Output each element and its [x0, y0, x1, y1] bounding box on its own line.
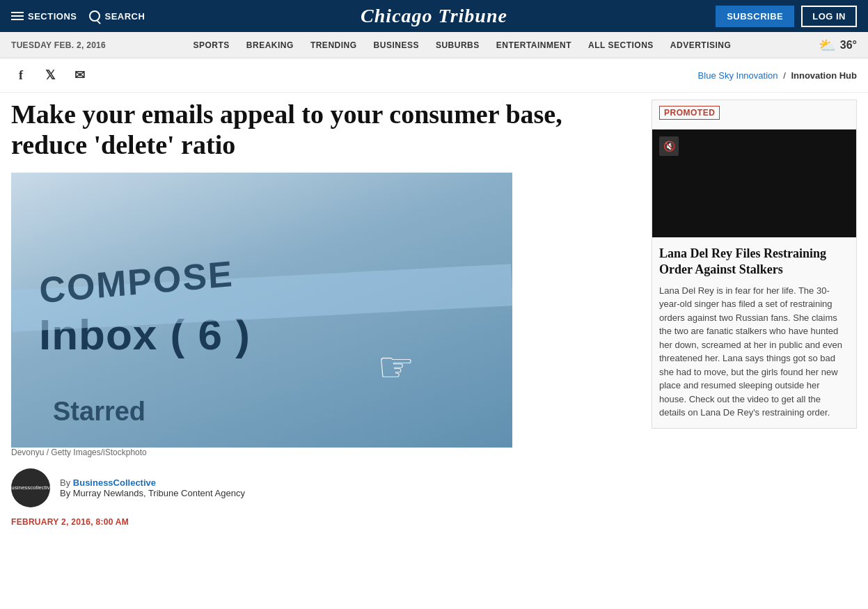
article-date: FEBRUARY 2, 2016, 8:00 AM [11, 517, 635, 527]
weather-area: ⛅ 36° [819, 37, 857, 54]
social-icons: f 𝕏 ✉ [11, 65, 89, 85]
author-by-label: By BusinessCollective [60, 477, 245, 488]
site-logo[interactable]: Chicago Tribune [361, 5, 507, 26]
nav-links: SPORTS BREAKING TRENDING BUSINESS SUBURB… [194, 40, 732, 50]
nav-all-sections[interactable]: ALL SECTIONS [588, 40, 654, 50]
search-button[interactable]: SEARCH [89, 10, 145, 22]
weather-icon: ⛅ [819, 37, 836, 54]
breadcrumb-separator: / [783, 70, 786, 81]
subscribe-button[interactable]: SUBSCRIBE [716, 6, 794, 27]
breadcrumb-current: Innovation Hub [791, 70, 857, 81]
cursor-hand-icon: ☞ [377, 342, 415, 392]
nav-trending[interactable]: TRENDING [310, 40, 357, 50]
sidebar-story-title[interactable]: Lana Del Rey Files Restraining Order Aga… [652, 237, 856, 284]
sidebar-card-header: PROMOTED [652, 100, 856, 129]
sidebar: PROMOTED 🔇 Lana Del Rey Files Restrainin… [652, 100, 857, 527]
inbox-starred-text: Starred [53, 397, 145, 427]
temperature: 36° [840, 39, 857, 52]
nav-suburbs[interactable]: SUBURBS [436, 40, 480, 50]
date-label: TUESDAY FEB. 2, 2016 [11, 40, 106, 50]
nav-breaking[interactable]: BREAKING [246, 40, 294, 50]
social-bar: f 𝕏 ✉ Blue Sky Innovation / Innovation H… [0, 58, 868, 93]
article-image-container: COMPOSE Inbox ( 6 ) ☞ Starred Devonyu / … [11, 173, 512, 457]
promoted-label: PROMOTED [659, 106, 720, 120]
mute-icon[interactable]: 🔇 [659, 136, 679, 156]
author-area: businesscollective By BusinessCollective… [11, 468, 635, 507]
secondary-nav: TUESDAY FEB. 2, 2016 SPORTS BREAKING TRE… [0, 32, 868, 58]
image-caption: Devonyu / Getty Images/iStockphoto [11, 448, 512, 457]
sections-label: SECTIONS [28, 11, 77, 22]
facebook-share-button[interactable]: f [11, 65, 31, 85]
breadcrumb: Blue Sky Innovation / Innovation Hub [698, 70, 857, 81]
logo-area: Chicago Tribune [361, 5, 507, 27]
author-name-link[interactable]: BusinessCollective [73, 477, 156, 488]
email-share-button[interactable]: ✉ [70, 65, 89, 85]
article-title: Make your emails appeal to your consumer… [11, 100, 596, 160]
header-right: SUBSCRIBE LOG IN [716, 6, 857, 27]
mute-symbol: 🔇 [663, 141, 675, 152]
breadcrumb-parent-link[interactable]: Blue Sky Innovation [698, 70, 778, 81]
main-content: Make your emails appeal to your consumer… [0, 93, 868, 541]
sidebar-card: PROMOTED 🔇 Lana Del Rey Files Restrainin… [652, 100, 857, 429]
nav-advertising[interactable]: ADVERTISING [670, 40, 732, 50]
twitter-share-button[interactable]: 𝕏 [40, 65, 60, 85]
author-info: By BusinessCollective By Murray Newlands… [60, 477, 245, 498]
article-image: COMPOSE Inbox ( 6 ) ☞ Starred [11, 173, 512, 448]
author-secondary: By Murray Newlands, Tribune Content Agen… [60, 488, 245, 498]
nav-sports[interactable]: SPORTS [194, 40, 230, 50]
header-left: SECTIONS SEARCH [11, 10, 145, 22]
search-icon [89, 10, 100, 22]
nav-business[interactable]: BUSINESS [374, 40, 419, 50]
nav-entertainment[interactable]: ENTERTAINMENT [496, 40, 571, 50]
search-label: SEARCH [104, 11, 145, 22]
sidebar-video[interactable]: 🔇 [652, 129, 856, 237]
sidebar-story-body: Lana Del Rey is in fear for her life. Th… [652, 284, 856, 428]
inbox-image-bg: COMPOSE Inbox ( 6 ) ☞ Starred [11, 173, 512, 448]
article-area: Make your emails appeal to your consumer… [11, 100, 635, 527]
hamburger-icon [11, 12, 24, 20]
avatar: businesscollective [11, 468, 50, 507]
sections-button[interactable]: SECTIONS [11, 11, 77, 22]
top-header: SECTIONS SEARCH Chicago Tribune SUBSCRIB… [0, 0, 868, 32]
login-button[interactable]: LOG IN [801, 6, 857, 27]
